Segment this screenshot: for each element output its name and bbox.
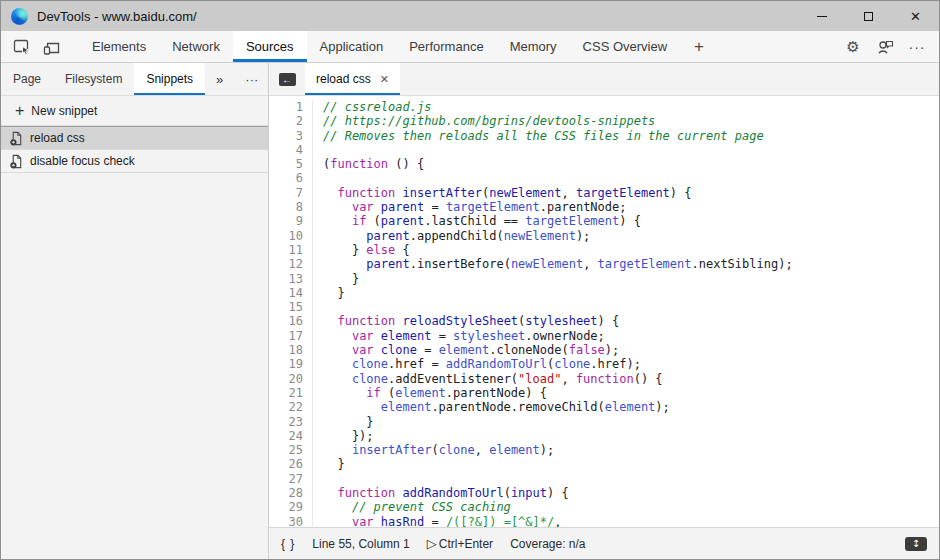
main-toolbar: ElementsNetworkSourcesApplicationPerform…	[1, 31, 939, 63]
line-number: 30	[269, 515, 303, 527]
line-number: 8	[269, 200, 303, 214]
line-number-gutter: 1234567891011121314151617181920212223242…	[269, 100, 313, 527]
more-icon: ···	[245, 72, 258, 87]
navigator-tab-filesystem[interactable]: Filesystem	[53, 63, 134, 95]
line-number: 12	[269, 257, 303, 271]
line-number: 22	[269, 400, 303, 414]
maximize-button[interactable]	[845, 1, 892, 31]
snippet-file-icon	[9, 131, 24, 146]
code-line: }	[323, 457, 939, 471]
close-icon: ✕	[910, 10, 921, 23]
editor-tab-reload-css[interactable]: reload css ✕	[305, 63, 400, 95]
tab-application[interactable]: Application	[307, 31, 397, 62]
new-snippet-label: New snippet	[31, 104, 97, 118]
titlebar: DevTools - www.baidu.com/ ✕	[1, 1, 939, 31]
cursor-position: Line 55, Column 1	[312, 537, 409, 551]
navigator-tab-page[interactable]: Page	[1, 63, 53, 95]
window-controls: ✕	[798, 1, 939, 31]
line-number: 10	[269, 229, 303, 243]
settings-button[interactable]: ⚙	[837, 31, 869, 62]
code-editor[interactable]: 1234567891011121314151617181920212223242…	[269, 96, 939, 527]
chevron-double-right-icon: »	[216, 72, 223, 87]
code-line: var hasRnd = /([?&])_=[^&]*/,	[323, 515, 939, 527]
minimize-button[interactable]	[798, 1, 845, 31]
line-number: 17	[269, 329, 303, 343]
line-number: 24	[269, 429, 303, 443]
editor-tabbar: ← reload css ✕	[269, 63, 939, 96]
play-icon: ▷	[427, 536, 437, 551]
line-number: 11	[269, 243, 303, 257]
tab-memory[interactable]: Memory	[497, 31, 570, 62]
code-line: }	[323, 286, 939, 300]
run-snippet-button[interactable]: ▷ Ctrl+Enter	[427, 536, 493, 551]
line-number: 20	[269, 372, 303, 386]
tab-css-overview[interactable]: CSS Overview	[570, 31, 681, 62]
code-line: var element = stylesheet.ownerNode;	[323, 329, 939, 343]
line-number: 14	[269, 286, 303, 300]
gear-icon: ⚙	[846, 38, 859, 56]
panel-tabs: ElementsNetworkSourcesApplicationPerform…	[79, 31, 680, 62]
snippet-file-icon	[9, 154, 24, 169]
code-line: }	[323, 415, 939, 429]
snippet-item-reload-css[interactable]: reload css	[1, 126, 268, 150]
feedback-icon	[877, 39, 894, 54]
code-line: (function () {	[323, 157, 939, 171]
edge-logo-icon	[11, 8, 28, 25]
code-line: var clone = element.cloneNode(false);	[323, 343, 939, 357]
inspect-icon	[13, 39, 31, 55]
toggle-drawer-button[interactable]: ↕	[905, 537, 927, 551]
run-shortcut-label: Ctrl+Enter	[439, 537, 493, 551]
devtools-window: DevTools - www.baidu.com/ ✕ ElementsNetw…	[0, 0, 940, 560]
code-line: // cssreload.js	[323, 100, 939, 114]
device-toolbar-icon	[43, 39, 61, 55]
line-number: 6	[269, 171, 303, 185]
line-number: 29	[269, 500, 303, 514]
updown-arrow-icon: ↕	[912, 539, 920, 549]
line-number: 25	[269, 443, 303, 457]
tab-elements[interactable]: Elements	[79, 31, 159, 62]
editor-tab-label: reload css	[316, 72, 371, 86]
line-number: 15	[269, 300, 303, 314]
more-options-button[interactable]: ···	[901, 31, 933, 62]
plus-icon: +	[694, 37, 704, 57]
feedback-button[interactable]	[869, 31, 901, 62]
snippet-item-label: disable focus check	[30, 154, 135, 168]
hide-navigator-button[interactable]: ←	[269, 63, 305, 95]
code-line: if (parent.lastChild == targetElement) {	[323, 214, 939, 228]
line-number: 3	[269, 129, 303, 143]
device-toolbar-button[interactable]	[37, 31, 67, 62]
tab-sources[interactable]: Sources	[233, 31, 307, 62]
pretty-print-button[interactable]: { }	[281, 537, 295, 551]
close-button[interactable]: ✕	[892, 1, 939, 31]
more-icon: ···	[909, 39, 926, 55]
code-line: }	[323, 272, 939, 286]
navigator-tab-snippets[interactable]: Snippets	[134, 63, 205, 95]
new-snippet-button[interactable]: + New snippet	[1, 96, 268, 126]
minimize-icon	[817, 16, 827, 17]
more-tabs-button[interactable]: +	[680, 31, 718, 62]
code-line	[323, 472, 939, 486]
toolbar-right-icons: ⚙ ···	[837, 31, 939, 62]
code-line: clone.href = addRandomToUrl(clone.href);	[323, 357, 939, 371]
snippet-item-disable-focus-check[interactable]: disable focus check	[1, 150, 268, 173]
navigator-overflow-button[interactable]: »	[205, 63, 234, 95]
code-line: } else {	[323, 243, 939, 257]
tab-network[interactable]: Network	[159, 31, 233, 62]
code-lines: // cssreload.js// https://github.com/bgr…	[313, 100, 939, 527]
arrow-left-icon: ←	[279, 73, 296, 86]
line-number: 27	[269, 472, 303, 486]
tab-performance[interactable]: Performance	[396, 31, 496, 62]
inspect-element-button[interactable]	[7, 31, 37, 62]
code-line: function reloadStyleSheet(stylesheet) {	[323, 314, 939, 328]
tab-close-button[interactable]: ✕	[380, 73, 389, 86]
navigator-tabs: PageFilesystemSnippets » ···	[1, 63, 268, 96]
line-number: 28	[269, 486, 303, 500]
navigator-more-button[interactable]: ···	[234, 63, 269, 95]
plus-icon: +	[15, 102, 24, 120]
code-line: if (element.parentNode) {	[323, 386, 939, 400]
code-line: // Removes then reloads all the CSS file…	[323, 129, 939, 143]
code-line	[323, 300, 939, 314]
code-line: insertAfter(clone, element);	[323, 443, 939, 457]
coverage-status: Coverage: n/a	[510, 537, 585, 551]
line-number: 19	[269, 357, 303, 371]
